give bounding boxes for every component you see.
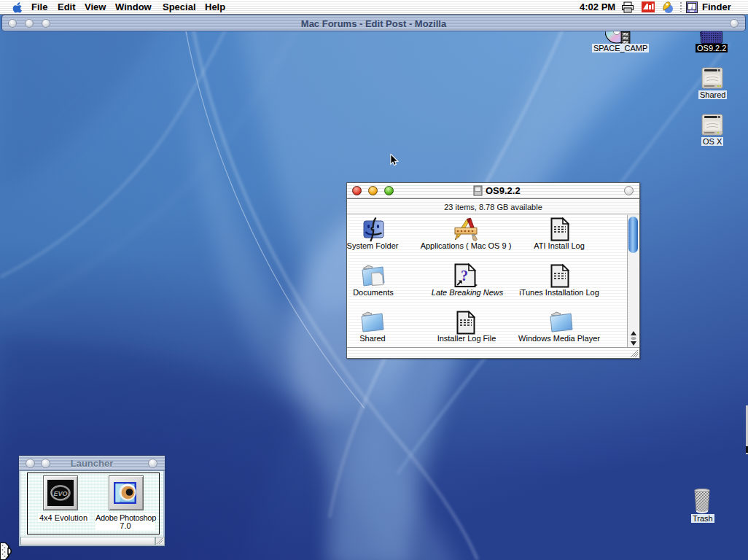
svg-text:EVO: EVO [53,490,67,497]
